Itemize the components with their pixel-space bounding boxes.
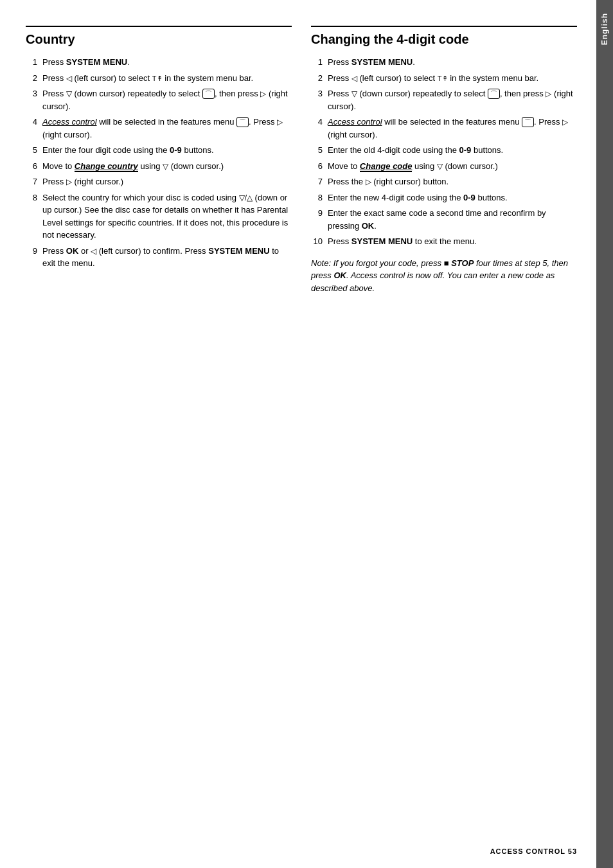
country-steps-list: 1 Press SYSTEM MENU. 2 Press ◁ (left cur… bbox=[26, 56, 292, 270]
system-menu-label: SYSTEM MENU bbox=[66, 57, 127, 67]
button-label-09: 0-9 bbox=[170, 145, 182, 155]
step-content: Access control will be selected in the f… bbox=[328, 116, 577, 141]
button-label-09: 0-9 bbox=[459, 145, 472, 155]
down-cursor-icon: ▽ bbox=[66, 89, 72, 98]
step-content: Press ▽ (down cursor) repeatedly to sele… bbox=[42, 87, 292, 112]
country-step-6: 6 Move to Change country using ▽ (down c… bbox=[26, 160, 292, 173]
step-num: 7 bbox=[26, 175, 37, 188]
step-num: 4 bbox=[26, 116, 37, 141]
step-content: Access control will be selected in the f… bbox=[42, 116, 292, 141]
page-container: Country 1 Press SYSTEM MENU. 2 Press ◁ (… bbox=[0, 0, 613, 868]
country-step-3: 3 Press ▽ (down cursor) repeatedly to se… bbox=[26, 87, 292, 112]
down-cursor-icon: ▽ bbox=[437, 162, 443, 171]
step-content: Press ◁ (left cursor) to select T↟ in th… bbox=[328, 72, 577, 85]
step-num: 1 bbox=[26, 56, 37, 69]
menu-icon-2: ⌒ bbox=[236, 117, 249, 127]
language-sidebar: English bbox=[596, 0, 613, 868]
step-num: 10 bbox=[311, 235, 323, 248]
updown-cursor-icon: ▽/△ bbox=[239, 193, 253, 202]
country-step-1: 1 Press SYSTEM MENU. bbox=[26, 56, 292, 69]
access-control-label: Access control bbox=[328, 117, 382, 127]
step-num: 8 bbox=[26, 191, 37, 242]
right-column: Changing the 4-digit code 1 Press SYSTEM… bbox=[311, 26, 577, 842]
menu-icon: ⌒ bbox=[488, 89, 500, 99]
country-step-8: 8 Select the country for which your disc… bbox=[26, 191, 292, 242]
system-menu-label: SYSTEM MENU bbox=[351, 236, 413, 246]
system-menu-label: SYSTEM MENU bbox=[351, 57, 413, 67]
country-step-5: 5 Enter the four digit code using the 0-… bbox=[26, 144, 292, 157]
step-content: Move to Change country using ▽ (down cur… bbox=[42, 160, 292, 173]
down-cursor-icon: ▽ bbox=[163, 162, 168, 171]
changing-step-5: 5 Enter the old 4-digit code using the 0… bbox=[311, 144, 577, 157]
left-cursor-icon: ◁ bbox=[91, 247, 96, 256]
step-num: 3 bbox=[26, 87, 37, 112]
step-content: Press ▽ (down cursor) repeatedly to sele… bbox=[328, 87, 577, 112]
step-num: 4 bbox=[311, 116, 323, 141]
step-num: 2 bbox=[26, 72, 37, 85]
changing-title: Changing the 4-digit code bbox=[311, 26, 577, 47]
down-cursor-icon: ▽ bbox=[351, 89, 357, 98]
step-content: Press SYSTEM MENU. bbox=[328, 56, 577, 69]
change-country-label: Change country bbox=[75, 161, 138, 172]
stop-icon: ■ STOP bbox=[444, 258, 474, 268]
step-content: Press ▷ (right cursor.) bbox=[42, 175, 292, 188]
language-label: English bbox=[600, 13, 609, 45]
note-label: Note: If you forgot your code, press bbox=[311, 258, 444, 268]
step-content: Press ◁ (left cursor) to select T↟ in th… bbox=[42, 72, 292, 85]
step-num: 9 bbox=[26, 245, 37, 270]
step-num: 5 bbox=[26, 144, 37, 157]
right-cursor-icon: ▷ bbox=[366, 177, 371, 186]
step-num: 6 bbox=[26, 160, 37, 173]
step-num: 5 bbox=[311, 144, 323, 157]
button-label-09: 0-9 bbox=[463, 193, 475, 202]
system-menu-label-2: SYSTEM MENU bbox=[208, 246, 269, 256]
step-content: Press SYSTEM MENU to exit the menu. bbox=[328, 235, 577, 248]
step-content: Enter the four digit code using the 0-9 … bbox=[42, 144, 292, 157]
note-text: Note: If you forgot your code, press ■ S… bbox=[311, 257, 577, 295]
step-num: 3 bbox=[311, 87, 323, 112]
country-title: Country bbox=[26, 26, 292, 47]
changing-step-7: 7 Press the ▷ (right cursor) button. bbox=[311, 175, 577, 188]
changing-step-6: 6 Move to Change code using ▽ (down curs… bbox=[311, 160, 577, 173]
country-step-2: 2 Press ◁ (left cursor) to select T↟ in … bbox=[26, 72, 292, 85]
step-num: 7 bbox=[311, 175, 323, 188]
changing-step-8: 8 Enter the new 4-digit code using the 0… bbox=[311, 191, 577, 204]
step-content: Move to Change code using ▽ (down cursor… bbox=[328, 160, 577, 173]
changing-step-9: 9 Enter the exact same code a second tim… bbox=[311, 207, 577, 232]
right-cursor-icon: ▷ bbox=[277, 118, 283, 127]
step-num: 1 bbox=[311, 56, 323, 69]
right-cursor-icon: ▷ bbox=[66, 177, 72, 186]
tv-icon: T↟ bbox=[152, 73, 163, 84]
step-content: Press the ▷ (right cursor) button. bbox=[328, 175, 577, 188]
changing-step-3: 3 Press ▽ (down cursor) repeatedly to se… bbox=[311, 87, 577, 112]
change-code-label: Change code bbox=[360, 161, 413, 172]
step-content: Press SYSTEM MENU. bbox=[42, 56, 292, 69]
changing-step-1: 1 Press SYSTEM MENU. bbox=[311, 56, 577, 69]
country-step-4: 4 Access control will be selected in the… bbox=[26, 116, 292, 141]
menu-icon: ⌒ bbox=[202, 89, 215, 99]
country-step-7: 7 Press ▷ (right cursor.) bbox=[26, 175, 292, 188]
right-cursor-icon: ▷ bbox=[546, 89, 551, 98]
tv-icon: T↟ bbox=[438, 73, 448, 84]
country-step-9: 9 Press OK or ◁ (left cursor) to confirm… bbox=[26, 245, 292, 270]
changing-steps-list: 1 Press SYSTEM MENU. 2 Press ◁ (left cur… bbox=[311, 56, 577, 248]
page-footer: ACCESS CONTROL 53 bbox=[490, 847, 577, 855]
right-cursor-icon: ▷ bbox=[562, 118, 568, 127]
left-cursor-icon: ◁ bbox=[351, 74, 357, 83]
left-column: Country 1 Press SYSTEM MENU. 2 Press ◁ (… bbox=[26, 26, 292, 842]
left-cursor-icon: ◁ bbox=[66, 74, 72, 83]
changing-step-4: 4 Access control will be selected in the… bbox=[311, 116, 577, 141]
main-content: Country 1 Press SYSTEM MENU. 2 Press ◁ (… bbox=[0, 0, 596, 868]
step-num: 9 bbox=[311, 207, 323, 232]
step-content: Enter the new 4-digit code using the 0-9… bbox=[328, 191, 577, 204]
step-content: Press OK or ◁ (left cursor) to confirm. … bbox=[42, 245, 292, 270]
ok-label-note: OK bbox=[333, 270, 346, 280]
step-num: 2 bbox=[311, 72, 323, 85]
step-content: Enter the old 4-digit code using the 0-9… bbox=[328, 144, 577, 157]
changing-step-10: 10 Press SYSTEM MENU to exit the menu. bbox=[311, 235, 577, 248]
step-num: 6 bbox=[311, 160, 323, 173]
ok-label: OK bbox=[362, 221, 375, 231]
right-cursor-icon: ▷ bbox=[260, 89, 266, 98]
step-content: Select the country for which your disc i… bbox=[42, 191, 292, 242]
access-control-label: Access control bbox=[42, 117, 97, 127]
